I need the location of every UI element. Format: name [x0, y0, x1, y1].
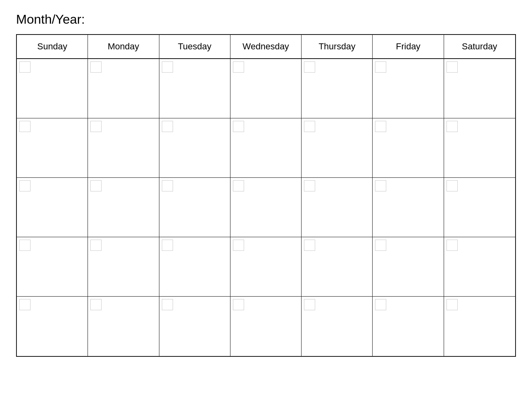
cell-r3-c4[interactable] [230, 178, 302, 237]
cell-r1-c2[interactable] [88, 59, 159, 118]
cell-r4-c6[interactable] [373, 237, 444, 296]
header-monday: Monday [88, 35, 159, 58]
cell-r5-c7[interactable] [444, 297, 515, 356]
cell-r4-c4[interactable] [230, 237, 302, 296]
date-box [19, 121, 31, 132]
cell-r5-c6[interactable] [373, 297, 444, 356]
cell-r4-c5[interactable] [302, 237, 373, 296]
header-saturday: Saturday [444, 35, 515, 58]
date-box [304, 299, 315, 310]
date-box [375, 240, 386, 251]
calendar-row [17, 297, 515, 356]
cell-r2-c3[interactable] [159, 118, 230, 177]
date-box [446, 180, 458, 191]
cell-r1-c3[interactable] [159, 59, 230, 118]
calendar-header: Sunday Monday Tuesday Wednesday Thursday… [17, 35, 515, 59]
header-thursday: Thursday [302, 35, 373, 58]
cell-r1-c1[interactable] [17, 59, 88, 118]
cell-r5-c2[interactable] [88, 297, 159, 356]
date-box [162, 299, 173, 310]
date-box [233, 299, 244, 310]
calendar-row [17, 237, 515, 297]
page-title: Month/Year: [16, 12, 516, 27]
cell-r5-c4[interactable] [230, 297, 302, 356]
calendar-row [17, 118, 515, 178]
calendar-row [17, 178, 515, 237]
date-box [19, 299, 31, 310]
date-box [90, 299, 102, 310]
cell-r1-c5[interactable] [302, 59, 373, 118]
date-box [304, 121, 315, 132]
date-box [304, 180, 315, 191]
date-box [162, 61, 173, 73]
date-box [90, 121, 102, 132]
date-box [446, 121, 458, 132]
cell-r3-c2[interactable] [88, 178, 159, 237]
cell-r2-c6[interactable] [373, 118, 444, 177]
date-box [233, 121, 244, 132]
header-tuesday: Tuesday [159, 35, 230, 58]
cell-r3-c3[interactable] [159, 178, 230, 237]
date-box [233, 240, 244, 251]
cell-r2-c7[interactable] [444, 118, 515, 177]
calendar: Sunday Monday Tuesday Wednesday Thursday… [16, 34, 516, 357]
date-box [375, 299, 386, 310]
header-sunday: Sunday [17, 35, 88, 58]
cell-r4-c7[interactable] [444, 237, 515, 296]
date-box [233, 61, 244, 73]
cell-r4-c1[interactable] [17, 237, 88, 296]
date-box [375, 121, 386, 132]
header-friday: Friday [373, 35, 444, 58]
cell-r5-c1[interactable] [17, 297, 88, 356]
date-box [304, 61, 315, 73]
cell-r4-c2[interactable] [88, 237, 159, 296]
date-box [446, 61, 458, 73]
date-box [304, 240, 315, 251]
date-box [19, 240, 31, 251]
cell-r1-c6[interactable] [373, 59, 444, 118]
date-box [90, 61, 102, 73]
date-box [375, 180, 386, 191]
date-box [162, 121, 173, 132]
cell-r5-c5[interactable] [302, 297, 373, 356]
date-box [19, 61, 31, 73]
cell-r2-c1[interactable] [17, 118, 88, 177]
cell-r2-c2[interactable] [88, 118, 159, 177]
calendar-row [17, 59, 515, 118]
cell-r3-c7[interactable] [444, 178, 515, 237]
date-box [162, 240, 173, 251]
cell-r1-c7[interactable] [444, 59, 515, 118]
cell-r2-c4[interactable] [230, 118, 302, 177]
date-box [375, 61, 386, 73]
cell-r2-c5[interactable] [302, 118, 373, 177]
date-box [19, 180, 31, 191]
cell-r3-c6[interactable] [373, 178, 444, 237]
date-box [446, 299, 458, 310]
cell-r1-c4[interactable] [230, 59, 302, 118]
date-box [162, 180, 173, 191]
date-box [233, 180, 244, 191]
date-box [90, 180, 102, 191]
header-wednesday: Wednesday [230, 35, 302, 58]
cell-r3-c5[interactable] [302, 178, 373, 237]
date-box [446, 240, 458, 251]
date-box [90, 240, 102, 251]
calendar-body [17, 59, 515, 356]
cell-r5-c3[interactable] [159, 297, 230, 356]
cell-r4-c3[interactable] [159, 237, 230, 296]
cell-r3-c1[interactable] [17, 178, 88, 237]
